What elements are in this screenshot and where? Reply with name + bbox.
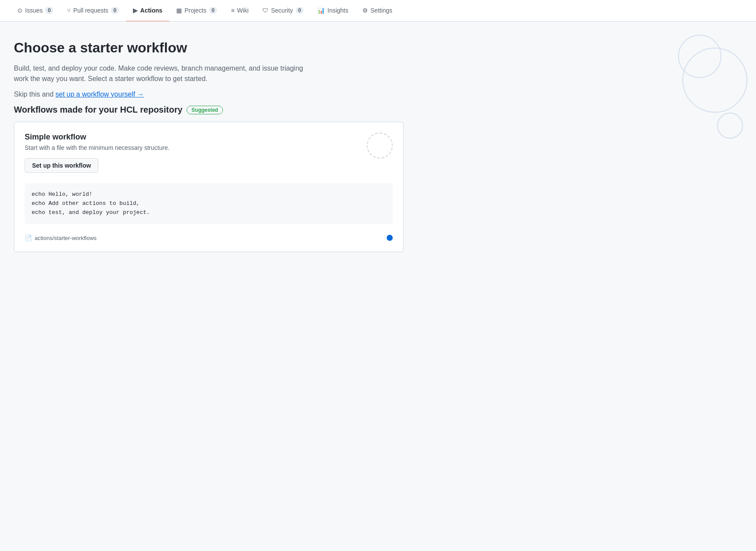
page-description: Build, test, and deploy your code. Make … xyxy=(14,63,317,84)
settings-icon: ⚙ xyxy=(362,7,368,14)
repo-icon: 📄 xyxy=(25,234,32,241)
section-title: Workflows made for your HCL repository S… xyxy=(14,105,506,115)
security-icon: 🛡 xyxy=(262,7,268,14)
card-description: Start with a file with the minimum neces… xyxy=(25,144,170,151)
nav-item-security[interactable]: 🛡 Security 0 xyxy=(255,0,310,22)
insights-icon: 📊 xyxy=(317,7,325,14)
nav-label-settings: Settings xyxy=(371,7,393,14)
security-badge: 0 xyxy=(296,7,304,14)
nav-item-settings[interactable]: ⚙ Settings xyxy=(355,0,400,22)
nav-item-actions[interactable]: ▶ Actions xyxy=(126,0,169,22)
card-header: Simple workflow Start with a file with t… xyxy=(25,133,393,182)
repo-label: actions/starter-workflows xyxy=(35,235,97,241)
projects-icon: ▦ xyxy=(176,7,182,14)
nav-item-pull-requests[interactable]: ⑂ Pull requests 0 xyxy=(60,0,126,22)
nav-item-insights[interactable]: 📊 Insights xyxy=(310,0,355,22)
wiki-icon: ≡ xyxy=(231,7,234,14)
nav-label-insights: Insights xyxy=(327,7,348,14)
nav-item-issues[interactable]: ⊙ Issues 0 xyxy=(10,0,60,22)
workflow-card: Simple workflow Start with a file with t… xyxy=(14,122,404,252)
issues-badge: 0 xyxy=(45,7,53,14)
pull-requests-badge: 0 xyxy=(111,7,119,14)
card-title: Simple workflow xyxy=(25,133,170,142)
code-line-1: echo Hello, world! xyxy=(32,190,386,199)
code-line-3: echo test, and deploy your project. xyxy=(32,208,386,217)
setup-workflow-button[interactable]: Set up this workflow xyxy=(25,158,98,173)
card-info: Simple workflow Start with a file with t… xyxy=(25,133,170,182)
decorative-background xyxy=(626,26,756,269)
nav-label-pull-requests: Pull requests xyxy=(73,7,108,14)
skip-link-container: Skip this and set up a workflow yourself… xyxy=(14,89,317,100)
nav-item-wiki[interactable]: ≡ Wiki xyxy=(224,0,255,22)
nav-label-projects: Projects xyxy=(184,7,207,14)
nav-bar: ⊙ Issues 0 ⑂ Pull requests 0 ▶ Actions ▦… xyxy=(0,0,756,22)
blue-dot-indicator xyxy=(387,235,393,241)
nav-label-issues: Issues xyxy=(25,7,42,14)
code-line-2: echo Add other actions to build, xyxy=(32,199,386,208)
decorative-circle-3 xyxy=(717,113,743,139)
workflow-icon-circle xyxy=(367,133,393,159)
card-footer: 📄 actions/starter-workflows xyxy=(25,231,393,241)
suggested-badge: Suggested xyxy=(187,106,223,114)
projects-badge: 0 xyxy=(209,7,217,14)
page-title: Choose a starter workflow xyxy=(14,39,506,56)
repo-info: 📄 actions/starter-workflows xyxy=(25,234,97,241)
nav-label-actions: Actions xyxy=(140,7,162,14)
issues-icon: ⊙ xyxy=(17,7,23,14)
nav-item-projects[interactable]: ▦ Projects 0 xyxy=(169,0,224,22)
nav-label-wiki: Wiki xyxy=(237,7,249,14)
page-header: Choose a starter workflow Build, test, a… xyxy=(14,39,506,100)
main-content: Choose a starter workflow Build, test, a… xyxy=(0,22,520,269)
code-block: echo Hello, world! echo Add other action… xyxy=(25,183,393,224)
section-title-text: Workflows made for your HCL repository xyxy=(14,105,182,115)
pull-requests-icon: ⑂ xyxy=(67,7,71,14)
nav-label-security: Security xyxy=(271,7,293,14)
setup-yourself-link[interactable]: set up a workflow yourself → xyxy=(55,91,144,98)
decorative-circle-1 xyxy=(682,48,747,113)
actions-icon: ▶ xyxy=(133,7,138,14)
skip-text: Skip this and xyxy=(14,91,55,98)
decorative-circle-2 xyxy=(678,35,721,78)
